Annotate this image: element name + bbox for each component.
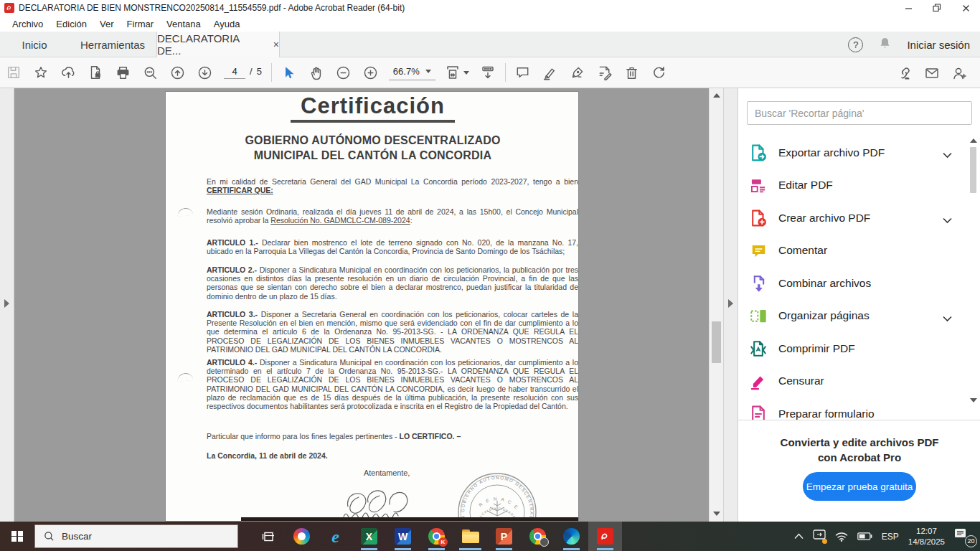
add-person-icon[interactable] bbox=[946, 61, 973, 85]
help-icon[interactable]: ? bbox=[848, 37, 863, 52]
save-icon[interactable] bbox=[0, 60, 27, 85]
refresh-icon[interactable] bbox=[646, 60, 673, 85]
chrome-profile-icon[interactable]: K bbox=[420, 522, 453, 551]
zoom-in-icon[interactable] bbox=[357, 60, 385, 85]
toolbar: 4 / 5 66.7% bbox=[0, 57, 980, 88]
select-tool-icon[interactable] bbox=[275, 60, 303, 85]
scrollbar-thumb[interactable] bbox=[970, 147, 976, 193]
highlight-icon[interactable] bbox=[537, 60, 564, 85]
tool-edit-pdf[interactable]: Editar PDF bbox=[738, 169, 980, 202]
tab-document[interactable]: DECLARATORIA DE... × bbox=[156, 32, 280, 57]
language-indicator[interactable]: ESP bbox=[882, 532, 899, 542]
wifi-icon[interactable] bbox=[835, 532, 848, 542]
internet-explorer-icon[interactable]: e bbox=[319, 522, 352, 551]
scroll-down-icon[interactable] bbox=[713, 512, 720, 516]
page-total: 5 bbox=[257, 66, 262, 77]
scrolling-mode-icon[interactable] bbox=[474, 60, 501, 85]
organize-pages-icon bbox=[748, 305, 769, 326]
copilot-icon[interactable] bbox=[285, 522, 319, 551]
page-divider: / bbox=[250, 66, 253, 77]
menu-firmar[interactable]: Firmar bbox=[121, 19, 161, 29]
tool-label: Combinar archivos bbox=[778, 277, 871, 290]
doc-article-4: ARTICULO 4.- Disponer a Sindicatura Muni… bbox=[207, 358, 578, 410]
page-down-icon[interactable] bbox=[191, 60, 218, 85]
comment-icon[interactable] bbox=[509, 60, 537, 85]
tool-compress-pdf[interactable]: Comprimir PDF bbox=[738, 332, 980, 365]
sign-pen-icon[interactable] bbox=[564, 60, 591, 85]
page-current-input[interactable]: 4 bbox=[224, 66, 245, 79]
menu-archivo[interactable]: Archivo bbox=[6, 19, 50, 29]
toolbar-separator bbox=[505, 63, 506, 82]
task-view-icon[interactable] bbox=[251, 522, 285, 551]
delete-icon[interactable] bbox=[618, 60, 646, 85]
tools-search-input[interactable] bbox=[747, 101, 972, 125]
nav-pane-expander-icon[interactable] bbox=[4, 299, 9, 308]
tray-expand-icon[interactable] bbox=[794, 533, 804, 540]
clock[interactable]: 12:07 14/8/2025 bbox=[908, 526, 945, 547]
tool-prepare-form[interactable]: Preparar formulario bbox=[738, 397, 980, 420]
print-icon[interactable] bbox=[109, 60, 136, 85]
combine-files-icon bbox=[748, 273, 769, 294]
tools-pane-expander-icon[interactable] bbox=[728, 299, 733, 308]
search-icon bbox=[44, 531, 55, 542]
doc-article-1: ARTICULO 1.- Declarar bien mostrenco el … bbox=[207, 238, 578, 255]
tool-organize-pages[interactable]: Organizar páginas bbox=[738, 300, 980, 333]
chrome-icon[interactable] bbox=[521, 522, 555, 551]
hand-tool-icon[interactable] bbox=[303, 60, 330, 85]
acrobat-taskbar-icon[interactable] bbox=[588, 522, 622, 551]
zoom-out-icon[interactable] bbox=[330, 60, 357, 85]
taskbar-search[interactable]: Buscar bbox=[34, 524, 238, 548]
search-icon[interactable] bbox=[136, 60, 164, 85]
scroll-up-icon[interactable] bbox=[970, 138, 977, 143]
cloud-upload-icon[interactable] bbox=[55, 60, 82, 85]
fill-sign-icon[interactable] bbox=[591, 60, 618, 85]
scroll-up-icon[interactable] bbox=[713, 93, 720, 98]
restore-icon[interactable] bbox=[923, 0, 951, 16]
email-icon[interactable] bbox=[918, 61, 946, 85]
fit-width-dropdown[interactable] bbox=[440, 60, 474, 85]
tool-export-pdf[interactable]: Exportar archivo PDF bbox=[738, 136, 980, 169]
start-button[interactable] bbox=[0, 522, 34, 551]
link-share-icon[interactable] bbox=[891, 61, 918, 85]
minimize-icon[interactable] bbox=[894, 0, 923, 16]
signin-button[interactable]: Iniciar sesión bbox=[907, 39, 970, 51]
scan-mark bbox=[176, 372, 193, 382]
scrollbar-thumb[interactable] bbox=[712, 321, 721, 363]
excel-icon[interactable]: X bbox=[352, 522, 386, 551]
create-pdf-icon bbox=[748, 207, 769, 229]
battery-icon[interactable] bbox=[857, 532, 872, 540]
tab-herramientas[interactable]: Herramientas bbox=[69, 32, 156, 57]
windows-logo-icon bbox=[11, 531, 23, 542]
zoom-level-dropdown[interactable]: 66.7% bbox=[389, 65, 435, 80]
menu-ventana[interactable]: Ventana bbox=[160, 19, 207, 29]
page-up-icon[interactable] bbox=[164, 60, 191, 85]
powerpoint-icon[interactable]: P bbox=[487, 522, 521, 551]
bell-icon[interactable] bbox=[879, 37, 891, 52]
tool-comment[interactable]: Comentar bbox=[738, 235, 980, 268]
tools-panel-scrollbar[interactable] bbox=[969, 138, 978, 404]
menu-edicion[interactable]: Edición bbox=[50, 19, 93, 29]
tool-redact[interactable]: Censurar bbox=[738, 365, 980, 398]
doc-paragraph-2: Mediante sesión Ordinaria, realizada el … bbox=[207, 207, 578, 225]
start-trial-button[interactable]: Empezar prueba gratuita bbox=[803, 472, 916, 501]
doc-date-line: La Concordia, 11 de abril de 2024. bbox=[207, 451, 578, 460]
word-icon[interactable]: W bbox=[386, 522, 420, 551]
menu-ver[interactable]: Ver bbox=[93, 19, 121, 29]
profile-badge bbox=[540, 537, 549, 547]
document-scrollbar[interactable] bbox=[709, 88, 723, 522]
tool-create-pdf[interactable]: Crear archivo PDF bbox=[738, 202, 980, 235]
menu-ayuda[interactable]: Ayuda bbox=[207, 19, 247, 29]
close-icon[interactable] bbox=[951, 0, 980, 16]
sync-device-icon[interactable] bbox=[813, 529, 826, 543]
edge-icon[interactable] bbox=[555, 522, 588, 551]
tool-combine-files[interactable]: Combinar archivos bbox=[738, 267, 980, 300]
star-icon[interactable] bbox=[27, 60, 55, 85]
tab-inicio[interactable]: Inicio bbox=[0, 32, 69, 57]
page-lock-icon[interactable] bbox=[82, 60, 109, 85]
scroll-down-icon[interactable] bbox=[970, 398, 977, 402]
notification-center-icon[interactable]: 20 bbox=[954, 528, 976, 545]
nav-pane-strip bbox=[0, 88, 14, 522]
file-explorer-icon[interactable] bbox=[453, 522, 487, 551]
tab-close-icon[interactable]: × bbox=[273, 39, 279, 50]
tools-pane-strip bbox=[723, 88, 738, 522]
